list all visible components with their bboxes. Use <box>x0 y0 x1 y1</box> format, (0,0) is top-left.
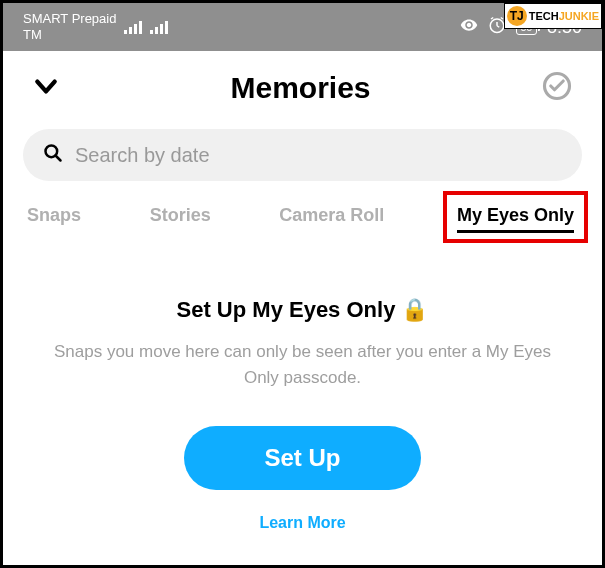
setup-description: Snaps you move here can only be seen aft… <box>53 339 552 390</box>
page-header: Memories <box>23 71 582 105</box>
tab-my-eyes-only[interactable]: My Eyes Only <box>457 201 574 233</box>
select-button[interactable] <box>542 71 572 105</box>
signal-bars-icon <box>124 21 142 34</box>
highlight-box: My Eyes Only <box>443 191 588 243</box>
svg-line-2 <box>56 156 61 161</box>
page-title: Memories <box>230 71 370 105</box>
signal-bars-icon <box>150 21 168 34</box>
back-button[interactable] <box>33 73 59 103</box>
carrier-label: SMART Prepaid TM <box>23 11 116 42</box>
watermark-logo: TJ <box>507 6 527 26</box>
visibility-icon <box>460 16 478 38</box>
search-input[interactable] <box>75 144 562 167</box>
tabs: Snaps Stories Camera Roll My Eyes Only <box>23 201 582 237</box>
tab-stories[interactable]: Stories <box>150 201 211 237</box>
search-bar[interactable] <box>23 129 582 181</box>
watermark: TJ TECHJUNKIE <box>504 3 602 29</box>
tab-snaps[interactable]: Snaps <box>27 201 81 237</box>
setup-section: Set Up My Eyes Only 🔒 Snaps you move her… <box>23 297 582 532</box>
status-left: SMART Prepaid TM <box>23 11 168 42</box>
search-icon <box>43 143 63 167</box>
watermark-text: TECHJUNKIE <box>529 10 599 22</box>
learn-more-link[interactable]: Learn More <box>53 514 552 532</box>
setup-title: Set Up My Eyes Only 🔒 <box>53 297 552 323</box>
setup-button[interactable]: Set Up <box>184 426 420 490</box>
tab-camera-roll[interactable]: Camera Roll <box>279 201 384 237</box>
